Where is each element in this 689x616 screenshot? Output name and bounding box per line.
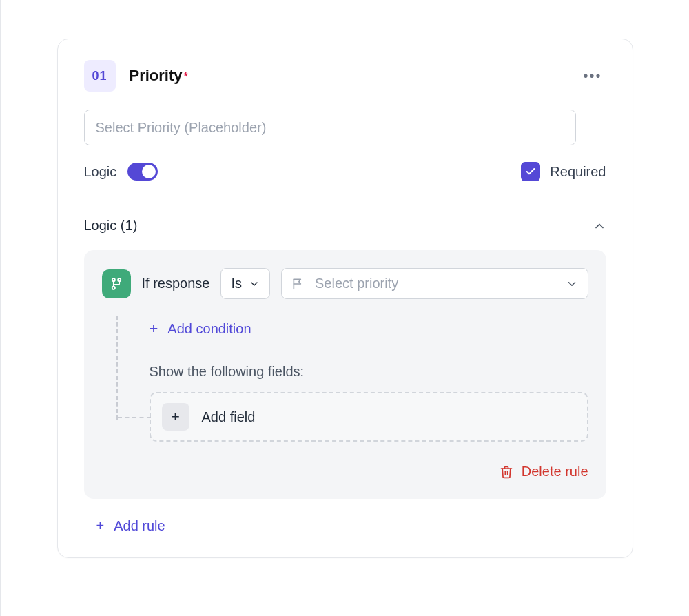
- plus-icon: +: [150, 320, 158, 338]
- field-card: 01 Priority* ••• Logic Required: [57, 39, 633, 558]
- value-placeholder: Select priority: [315, 276, 398, 291]
- card-header-section: 01 Priority* ••• Logic Required: [58, 39, 633, 201]
- show-fields-label: Show the following fields:: [150, 364, 588, 380]
- required-asterisk: *: [184, 71, 188, 83]
- if-response-label: If response: [142, 276, 210, 291]
- field-controls-row: Logic Required: [84, 162, 606, 181]
- add-condition-button[interactable]: + Add condition: [150, 320, 588, 338]
- delete-rule-button[interactable]: Delete rule: [500, 464, 588, 480]
- rule-container: If response Is Select priority: [84, 250, 606, 499]
- page-root: 01 Priority* ••• Logic Required: [0, 0, 689, 616]
- rule-indent: + Add condition Show the following field…: [116, 320, 588, 442]
- delete-row: Delete rule: [102, 464, 588, 480]
- required-checkbox[interactable]: [521, 162, 540, 181]
- add-field-label: Add field: [202, 409, 256, 425]
- trash-icon: [500, 465, 513, 479]
- logic-panel-header[interactable]: Logic (1): [84, 218, 606, 234]
- flag-icon: [291, 277, 305, 291]
- chevron-down-icon: [566, 278, 578, 290]
- field-number-badge: 01: [84, 60, 116, 92]
- connector-line-horizontal: [118, 417, 151, 418]
- chevron-up-icon: [593, 219, 606, 233]
- logic-section: Logic (1) If: [58, 201, 633, 557]
- add-field-button[interactable]: + Add field: [150, 392, 588, 442]
- field-header: 01 Priority* •••: [84, 60, 606, 92]
- add-rule-label: Add rule: [114, 518, 165, 534]
- connector-line-vertical: [116, 316, 118, 420]
- logic-label: Logic: [84, 164, 117, 180]
- value-select[interactable]: Select priority: [281, 268, 588, 299]
- check-icon: [525, 166, 536, 177]
- required-label: Required: [550, 164, 606, 180]
- ellipsis-icon: •••: [583, 68, 601, 83]
- add-rule-button[interactable]: + Add rule: [96, 518, 606, 534]
- plus-icon: +: [96, 518, 105, 534]
- logic-toggle[interactable]: [127, 163, 158, 181]
- branch-icon: [102, 269, 131, 298]
- more-options-button[interactable]: •••: [579, 64, 606, 88]
- priority-select-input[interactable]: [84, 110, 576, 145]
- delete-rule-label: Delete rule: [522, 464, 588, 480]
- field-title: Priority*: [130, 67, 188, 85]
- condition-row: If response Is Select priority: [102, 268, 588, 299]
- toggle-knob: [142, 165, 156, 178]
- chevron-down-icon: [249, 278, 260, 289]
- add-condition-label: Add condition: [167, 321, 251, 337]
- logic-panel-title: Logic (1): [84, 218, 138, 234]
- operator-value: Is: [231, 276, 242, 291]
- plus-chip-icon: +: [162, 403, 189, 431]
- field-title-text: Priority: [130, 67, 183, 84]
- operator-select[interactable]: Is: [220, 268, 270, 299]
